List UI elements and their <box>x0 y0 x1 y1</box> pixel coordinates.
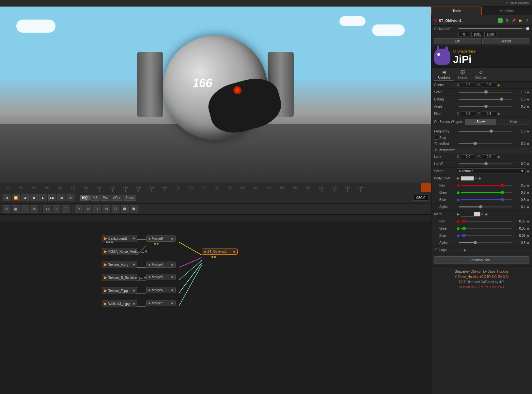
metal-red-keyframe[interactable]: ◆ <box>527 220 529 223</box>
metal-color-swatch[interactable] <box>461 212 474 217</box>
grid-tool[interactable]: ⊞ <box>3 205 10 213</box>
hiq-button[interactable]: HiQ <box>80 195 90 201</box>
body-blue-keyframe[interactable]: ◆ <box>527 198 529 202</box>
play-button[interactable]: ▶ <box>39 194 47 201</box>
center-x-input[interactable] <box>461 83 475 87</box>
oblivion-info-button[interactable]: Oblivion Info ... <box>434 256 529 264</box>
paint-tool[interactable]: ⬢ <box>121 205 129 213</box>
mask-tool[interactable]: ⊗ <box>102 205 110 213</box>
look-x-input[interactable] <box>461 154 475 159</box>
show-button[interactable]: Show <box>465 119 496 125</box>
fast-forward-button[interactable]: ▶▶ <box>48 194 56 201</box>
skip-to-end-button[interactable]: ⏭ <box>57 194 65 201</box>
stop-button[interactable]: ■ <box>30 194 38 201</box>
node-merge4[interactable]: Merge4 <box>146 262 176 268</box>
pivot-keyframe[interactable]: ◆ <box>497 112 500 115</box>
lookz-keyframe[interactable]: ◆ <box>527 162 529 166</box>
scale-keyframe[interactable]: ◆ <box>527 90 529 94</box>
parameter-section[interactable]: ▼ Parameter <box>431 147 532 153</box>
brush-tool[interactable]: ⬟ <box>130 205 138 213</box>
body-green-keyframe[interactable]: ◆ <box>527 191 529 194</box>
metal-edit-icon[interactable]: ✏ <box>481 212 484 216</box>
logo-keyframe[interactable]: ◆ <box>463 248 466 252</box>
look-keyframe[interactable]: ◆ <box>497 155 500 159</box>
edit-button[interactable]: Edit <box>434 38 481 44</box>
mb-button[interactable]: MB <box>90 195 100 201</box>
inout-length[interactable]: 1000 <box>484 32 496 37</box>
node-wolken3[interactable]: ▶ Wolken3_x.jpg <box>102 300 137 307</box>
body-green-slider[interactable] <box>461 192 512 193</box>
body-alpha-keyframe[interactable]: ◆ <box>527 205 529 209</box>
timeoffset-slider[interactable] <box>459 143 512 144</box>
logo-checkbox[interactable]: ✓ <box>434 248 438 252</box>
metal-alpha-slider[interactable] <box>459 242 512 243</box>
metal-color-swatch2[interactable] <box>474 212 480 217</box>
frequency-slider[interactable] <box>459 131 512 132</box>
body-blue-slider[interactable] <box>461 199 512 200</box>
icon-settings[interactable]: ⚙ <box>524 18 529 23</box>
circle-tool[interactable]: ○ <box>53 205 60 213</box>
metal-green-slider[interactable] <box>461 228 512 229</box>
timeline-ruler[interactable]: 4404604805005205405605806006206406606807… <box>0 183 431 192</box>
node-tool[interactable]: ⊕ <box>84 205 92 213</box>
arc-tool[interactable]: ⌒ <box>62 205 70 213</box>
timeoffset-keyframe[interactable]: ◆ <box>527 142 529 145</box>
icon-monitor[interactable]: 🖥 <box>505 18 510 23</box>
metal-blue-slider[interactable] <box>461 235 512 236</box>
text-tool[interactable]: T <box>93 205 101 213</box>
node-merge5[interactable]: Merge5 <box>146 274 176 280</box>
inout-end[interactable]: 1001 <box>471 32 483 37</box>
layout-tool[interactable]: ⊟ <box>21 205 29 213</box>
inout-start[interactable]: 0 <box>458 32 470 37</box>
node-graph[interactable]: ··· <box>0 215 431 394</box>
scene-keyframe[interactable]: ◆ <box>527 169 529 173</box>
node-texture-b[interactable]: ▶ Texture_B_Schlieren.j... <box>102 274 137 281</box>
pivot-x-input[interactable] <box>461 111 475 116</box>
aprx-button[interactable]: APrx <box>111 195 122 201</box>
shape-tool[interactable]: ⬡ <box>112 205 119 213</box>
metal-green-keyframe[interactable]: ◆ <box>527 227 529 230</box>
dots-menu[interactable]: ··· <box>422 216 428 221</box>
node-merge7[interactable]: Merge7 <box>146 300 176 306</box>
stop-checkbox[interactable] <box>434 136 438 140</box>
metal-red-slider[interactable] <box>461 221 512 222</box>
timeline-bar[interactable]: 4404604805005205405605806006206406606807… <box>0 183 431 192</box>
center-y-input[interactable] <box>482 83 496 87</box>
body-red-keyframe[interactable]: ◆ <box>527 184 529 187</box>
prx-button[interactable]: Prx <box>101 195 110 201</box>
loop-button[interactable]: ↺ <box>67 194 74 201</box>
reload-button[interactable]: Reload <box>482 38 529 44</box>
lookz-slider[interactable] <box>459 163 512 164</box>
export-tool[interactable]: ⊠ <box>30 205 38 213</box>
body-color-swatch[interactable] <box>461 176 474 181</box>
body-alpha-slider[interactable] <box>459 206 512 207</box>
metal-blue-keyframe[interactable]: ◆ <box>527 234 529 237</box>
prev-frame-button[interactable]: ◀ <box>21 194 29 201</box>
some-button[interactable]: Some <box>123 195 136 201</box>
step-back-button[interactable]: ⏪ <box>12 194 20 201</box>
body-color-keyframe[interactable]: ◆ <box>478 176 481 180</box>
metal-alpha-keyframe[interactable]: ◆ <box>527 241 529 245</box>
look-y-input[interactable] <box>482 154 496 159</box>
node-texture-f[interactable]: ▶ Texture_F.jpg <box>102 287 137 294</box>
scene-dropdown[interactable]: Automatic ▼ <box>457 168 525 174</box>
pivot-y-input[interactable] <box>482 111 496 116</box>
icon-pin[interactable]: 📌 <box>511 18 516 23</box>
inout-slider[interactable] <box>458 28 529 29</box>
metal-keyframe[interactable]: ◆ <box>485 212 488 216</box>
sub-tab-controls[interactable]: ⊞ Controls <box>434 68 454 81</box>
node-rgba-noise[interactable]: ▶ RGBA_Noise_Medium... <box>102 248 137 255</box>
scale-slider[interactable] <box>459 92 512 93</box>
debug-keyframe[interactable]: ◆ <box>527 98 529 101</box>
node-canvas[interactable]: ▶ Background3 ▶ RGBA_Noise_Medium... <box>0 222 431 394</box>
center-keyframe[interactable]: ◆ <box>497 83 500 87</box>
pen-tool[interactable]: ✎ <box>75 205 83 213</box>
node-st-oblivion[interactable]: ST_Oblivion1 <box>202 249 238 255</box>
angle-keyframe[interactable]: ◆ <box>527 105 529 108</box>
body-color-edit-icon[interactable]: ✏ <box>475 176 477 180</box>
hide-button[interactable]: Hide <box>498 119 529 125</box>
select-tool[interactable]: ◻ <box>43 205 51 213</box>
angle-slider[interactable] <box>459 106 512 107</box>
tab-modifiers[interactable]: Modifiers <box>482 7 532 15</box>
icon-lock[interactable]: 🔒 <box>518 18 523 23</box>
